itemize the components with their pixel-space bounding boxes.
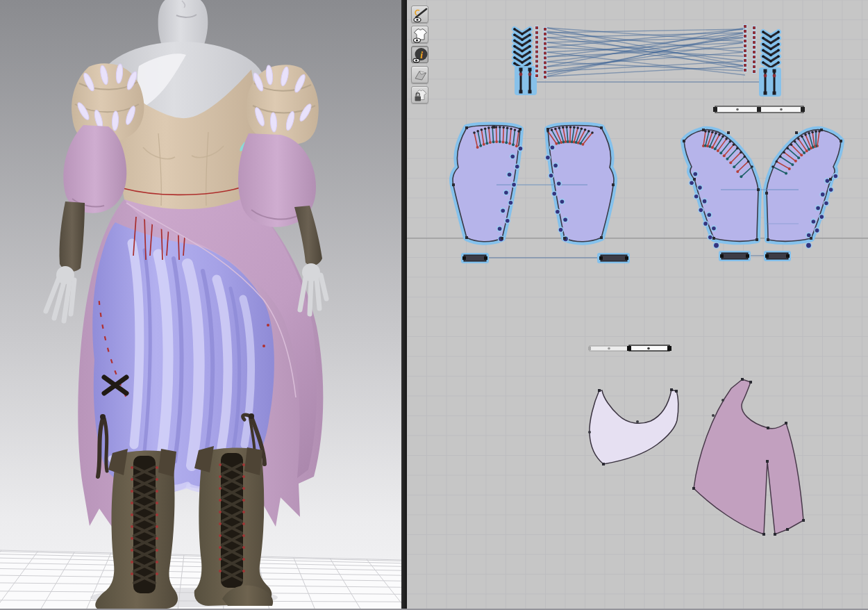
shoulder-tab-right-pair[interactable] [719,251,791,261]
lacing-strip-left[interactable] [513,28,537,95]
lock-icon [415,97,422,101]
panel-divider[interactable] [401,0,407,610]
skirt-panel-mauve[interactable] [694,379,803,534]
viewport-3d[interactable] [0,0,401,610]
sewing-threads [535,28,760,82]
scene-3d-canvas[interactable] [0,0,401,610]
bar-halo [759,67,781,97]
application-window: i [0,0,868,610]
lock-pattern-button[interactable] [411,86,428,104]
bar-halo [515,66,537,95]
pattern-canvas[interactable] [407,0,868,610]
waistband-ruler[interactable] [713,106,805,113]
pattern-editor-2d[interactable]: i [407,0,868,610]
yoke-crescent[interactable] [590,390,678,464]
red-point [528,73,532,76]
piece-outline [694,379,803,534]
show-sewing-button[interactable] [411,6,428,23]
red-point [764,74,767,78]
piece-outline [590,390,678,464]
show-information-button[interactable]: i [411,46,428,63]
svg-text:i: i [420,50,423,60]
lacing-strip-right[interactable] [759,31,781,97]
red-point [519,73,523,76]
belt-strip[interactable] [588,345,671,351]
show-fabric-button[interactable] [411,66,428,83]
red-point [773,74,776,78]
chevrons-left [513,28,531,69]
boot-cuff-flap [158,449,176,477]
chevrons-right [762,31,780,69]
boot-cuff-flap [244,447,262,475]
show-garment-button[interactable] [411,26,428,43]
